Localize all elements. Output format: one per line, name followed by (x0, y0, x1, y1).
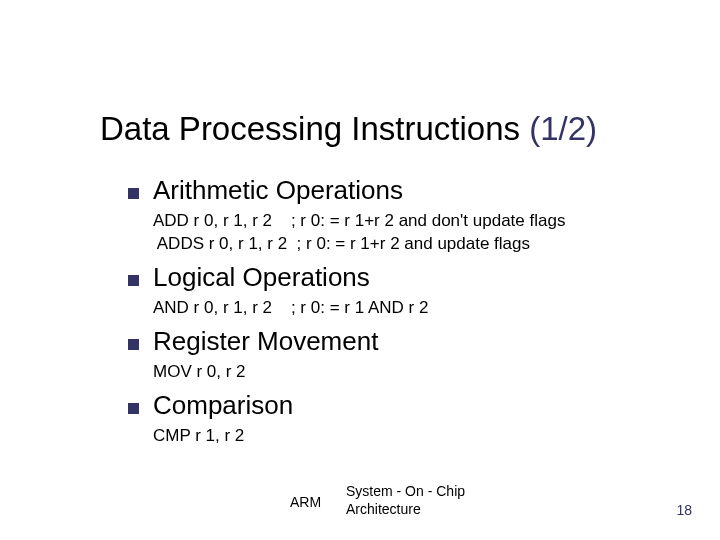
square-bullet-icon (128, 188, 139, 199)
bullet-row: Register Movement (128, 326, 688, 357)
title-part: (1/2) (529, 110, 597, 147)
section-heading: Register Movement (153, 326, 378, 357)
section-logical: Logical Operations AND r 0, r 1, r 2 ; r… (128, 262, 688, 320)
bullet-row: Arithmetic Operations (128, 175, 688, 206)
footer-left: ARM (290, 494, 321, 510)
section-code: CMP r 1, r 2 (153, 425, 688, 448)
slide-body: Arithmetic Operations ADD r 0, r 1, r 2 … (128, 175, 688, 454)
section-code: ADD r 0, r 1, r 2 ; r 0: = r 1+r 2 and d… (153, 210, 688, 256)
section-code: MOV r 0, r 2 (153, 361, 688, 384)
bullet-row: Comparison (128, 390, 688, 421)
footer-center: System - On - Chip Architecture (346, 483, 465, 518)
section-heading: Comparison (153, 390, 293, 421)
section-register: Register Movement MOV r 0, r 2 (128, 326, 688, 384)
slide-title: Data Processing Instructions (1/2) (100, 110, 597, 148)
section-code: AND r 0, r 1, r 2 ; r 0: = r 1 AND r 2 (153, 297, 688, 320)
footer-center-line1: System - On - Chip (346, 483, 465, 501)
footer-center-line2: Architecture (346, 501, 465, 519)
square-bullet-icon (128, 275, 139, 286)
slide: Data Processing Instructions (1/2) Arith… (0, 0, 720, 540)
title-main: Data Processing Instructions (100, 110, 520, 147)
section-heading: Logical Operations (153, 262, 370, 293)
square-bullet-icon (128, 339, 139, 350)
section-comparison: Comparison CMP r 1, r 2 (128, 390, 688, 448)
section-arithmetic: Arithmetic Operations ADD r 0, r 1, r 2 … (128, 175, 688, 256)
square-bullet-icon (128, 403, 139, 414)
section-heading: Arithmetic Operations (153, 175, 403, 206)
page-number: 18 (676, 502, 692, 518)
bullet-row: Logical Operations (128, 262, 688, 293)
